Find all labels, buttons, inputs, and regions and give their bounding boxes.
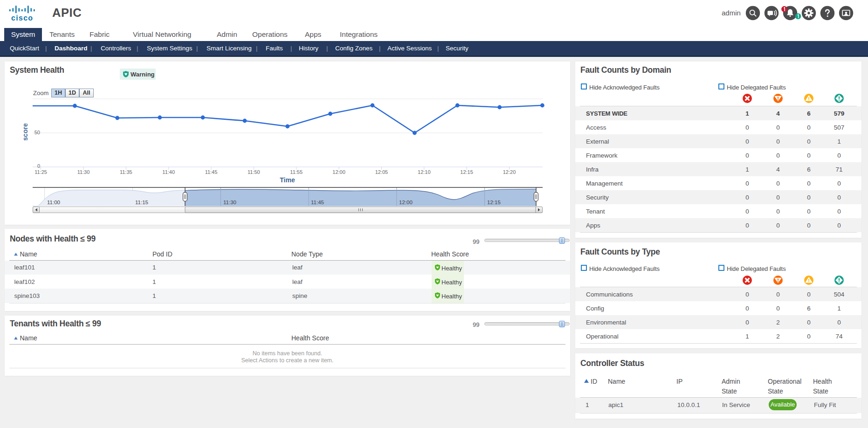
svg-text:11:25: 11:25 [34,169,47,175]
svg-text:11:30: 11:30 [223,200,236,205]
svg-text:0: 0 [37,163,40,169]
svg-text:11:35: 11:35 [120,169,132,175]
svg-text:11:55: 11:55 [290,169,303,175]
svg-text:12:15: 12:15 [487,200,501,205]
svg-text:score: score [21,123,29,141]
svg-text:12:10: 12:10 [418,169,431,175]
svg-text:12:20: 12:20 [503,169,516,175]
svg-text:11:00: 11:00 [47,200,60,205]
svg-text:11:40: 11:40 [162,169,175,175]
svg-text:11:45: 11:45 [311,200,324,205]
svg-text:Time: Time [280,176,295,184]
svg-text:12:15: 12:15 [460,169,473,175]
svg-text:11:50: 11:50 [248,169,260,175]
svg-text:11:30: 11:30 [77,169,90,175]
svg-text:12:00: 12:00 [399,200,413,205]
svg-text:12:00: 12:00 [332,169,345,175]
svg-text:12:05: 12:05 [375,169,388,175]
svg-text:11:15: 11:15 [135,200,148,205]
svg-text:cisco: cisco [11,14,33,22]
svg-text:11:45: 11:45 [205,169,218,175]
svg-text:50: 50 [34,130,40,135]
